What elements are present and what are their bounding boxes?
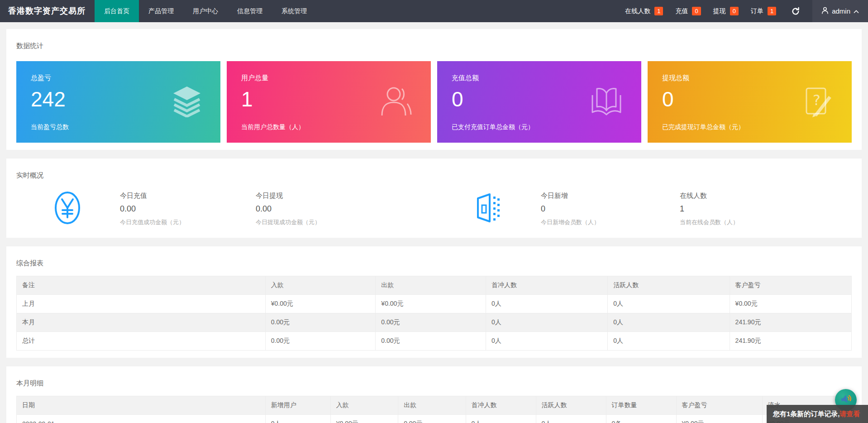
table-cell: 0人: [608, 332, 730, 351]
stat-desc: 今日充值成功金额（元）: [120, 218, 256, 226]
book-icon: [589, 86, 624, 118]
table-cell: ¥0.00元: [730, 295, 851, 313]
stat-label: 今日新增: [541, 192, 677, 200]
user-icon: [378, 85, 414, 119]
stat-desc: 当前在线会员数（人）: [680, 218, 816, 226]
table-cell: 总计: [17, 332, 266, 351]
card-desc: 已支付充值订单总金额（元）: [452, 123, 534, 131]
column-header: 入款: [330, 396, 398, 415]
status-badge: 1: [768, 7, 776, 15]
status-orders[interactable]: 订单 1: [751, 7, 776, 15]
card-desc: 已完成提现订单总金额（元）: [662, 123, 744, 131]
table-cell: 0人: [486, 295, 607, 313]
detail-header-row: 日期 新增用户 入款 出款 首冲人数 活跃人数 订单数量 客户盈亏 流水: [17, 396, 852, 415]
chevron-up-icon: [854, 7, 859, 15]
table-cell: 上月: [17, 295, 266, 313]
stat-label: 今日充值: [120, 192, 256, 200]
stat-today-withdraw: 今日提现 0.00 今日提现成功金额（元）: [256, 192, 391, 226]
stat-desc: 今日新增会员数（人）: [541, 218, 677, 226]
column-header: 活跃人数: [536, 396, 606, 415]
column-header: 首冲人数: [486, 276, 607, 295]
toast-view-link[interactable]: 请查看: [840, 410, 860, 418]
main-menu: 后台首页 产品管理 用户中心 信息管理 系统管理: [95, 0, 316, 22]
menu-item-users[interactable]: 用户中心: [183, 0, 228, 22]
table-cell: 本月: [17, 313, 266, 332]
menu-item-info[interactable]: 信息管理: [228, 0, 272, 22]
person-icon: [821, 7, 829, 16]
report-header-row: 备注 入款 出款 首冲人数 活跃人数 客户盈亏: [17, 276, 852, 295]
column-header: 客户盈亏: [676, 396, 762, 415]
table-cell: 0人: [536, 415, 606, 423]
table-cell: 0人: [608, 313, 730, 332]
stat-today-deposit: 今日充值 0.00 今日充值成功金额（元）: [120, 192, 256, 226]
table-row: 本月 0.00元 0.00元 0人 0人 241.90元: [17, 313, 852, 332]
table-cell: 0.00元: [265, 332, 376, 351]
column-header: 首冲人数: [466, 396, 536, 415]
table-cell: ¥0.00元: [676, 415, 762, 423]
column-header: 订单数量: [606, 396, 676, 415]
table-cell: 0.00元: [265, 313, 376, 332]
table-cell: 2022-09-01: [17, 415, 266, 423]
main-content: 数据统计 总盈亏 242 当前盈亏总数: [0, 22, 868, 423]
table-cell: 0人: [265, 415, 330, 423]
refresh-icon[interactable]: [791, 7, 800, 16]
table-cell: ¥0.00元: [330, 415, 398, 423]
status-deposits[interactable]: 充值 0: [675, 7, 701, 15]
stats-panel: 数据统计 总盈亏 242 当前盈亏总数: [6, 29, 862, 150]
toast-message: 您有1条新的订单记录,: [773, 410, 840, 418]
stats-panel-title: 数据统计: [16, 42, 852, 50]
order-notification-toast: 您有1条新的订单记录,请查看: [767, 405, 868, 423]
column-header: 日期: [17, 396, 266, 415]
detail-panel: 本月明细 日期 新增用户 入款 出款 首冲人数 活跃人数 订单数量 客户盈: [6, 366, 862, 423]
table-cell: 0人: [486, 332, 607, 351]
menu-item-home[interactable]: 后台首页: [95, 0, 139, 22]
table-cell: 241.90元: [730, 332, 851, 351]
card-total-withdrawals: 提现总额 0 已完成提现订单总金额（元） ?: [648, 61, 852, 143]
stat-label: 今日提现: [256, 192, 391, 200]
status-label: 在线人数: [625, 7, 650, 15]
status-label: 订单: [751, 7, 763, 15]
card-title: 用户总量: [241, 74, 431, 82]
status-badge: 0: [730, 7, 739, 15]
status-label: 提现: [713, 7, 726, 15]
menu-item-products[interactable]: 产品管理: [139, 0, 183, 22]
svg-text:?: ?: [813, 91, 820, 109]
menu-item-system[interactable]: 系统管理: [272, 0, 316, 22]
card-title: 总盈亏: [31, 74, 220, 82]
table-row: 2022-09-01 0人 ¥0.00元 0.00元 0人 0人 0条 ¥0.0…: [17, 415, 852, 423]
card-total-users: 用户总量 1 当前用户总数量（人）: [227, 61, 431, 143]
stat-value: 1: [680, 204, 816, 214]
card-total-deposits: 充值总额 0 已支付充值订单总金额（元）: [437, 61, 641, 143]
table-row: 总计 0.00元 0.00元 0人 0人 241.90元: [17, 332, 852, 351]
stat-value: 0.00: [120, 204, 256, 214]
status-badge: 0: [692, 7, 701, 15]
admin-username: admin: [832, 7, 850, 15]
stat-label: 在线人数: [680, 192, 816, 200]
top-navbar: 香港数字资产交易所 后台首页 产品管理 用户中心 信息管理 系统管理 在线人数 …: [0, 0, 868, 22]
status-online-users[interactable]: 在线人数 1: [625, 7, 663, 15]
card-desc: 当前用户总数量（人）: [241, 123, 305, 131]
detail-panel-title: 本月明细: [16, 379, 852, 388]
building-icon: [476, 192, 501, 225]
table-cell: 0人: [466, 415, 536, 423]
table-cell: 0人: [608, 295, 730, 313]
navbar-right: 在线人数 1 充值 0 提现 0 订单 1: [625, 0, 868, 22]
table-cell: 0.00元: [376, 313, 486, 332]
card-total-profit: 总盈亏 242 当前盈亏总数: [16, 61, 220, 143]
stat-desc: 今日提现成功金额（元）: [256, 218, 391, 226]
card-desc: 当前盈亏总数: [31, 123, 69, 131]
column-header: 入款: [265, 276, 376, 295]
realtime-panel-title: 实时概况: [16, 171, 852, 180]
layers-icon: [171, 85, 203, 119]
table-cell: 0.00元: [398, 415, 466, 423]
column-header: 出款: [398, 396, 466, 415]
report-panel-title: 综合报表: [16, 259, 852, 268]
card-title: 提现总额: [662, 74, 852, 82]
report-table: 备注 入款 出款 首冲人数 活跃人数 客户盈亏 上月 ¥0.00元 ¥0.00元…: [16, 276, 852, 351]
report-panel: 综合报表 备注 入款 出款 首冲人数 活跃人数 客户盈亏: [6, 246, 862, 358]
dashboard-screen: 香港数字资产交易所 后台首页 产品管理 用户中心 信息管理 系统管理 在线人数 …: [0, 0, 868, 423]
admin-menu[interactable]: admin: [812, 0, 868, 22]
stat-today-new: 今日新增 0 今日新增会员数（人）: [541, 192, 677, 226]
table-cell: ¥0.00元: [376, 295, 486, 313]
status-withdrawals[interactable]: 提现 0: [713, 7, 739, 15]
